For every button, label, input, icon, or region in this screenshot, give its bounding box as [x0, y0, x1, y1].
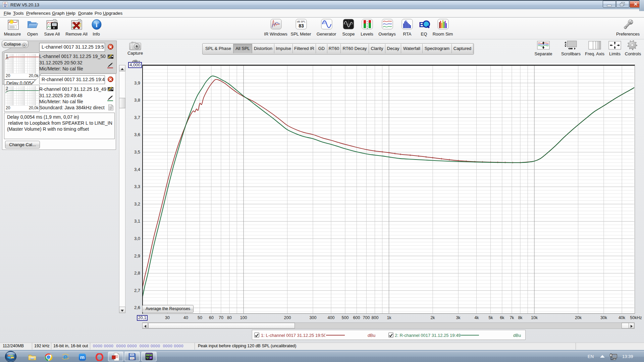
svg-text:83: 83	[299, 23, 304, 28]
svg-text:dB SPL: dB SPL	[297, 20, 305, 23]
svg-text:REW: REW	[146, 354, 152, 357]
svg-text:m: m	[80, 354, 85, 360]
